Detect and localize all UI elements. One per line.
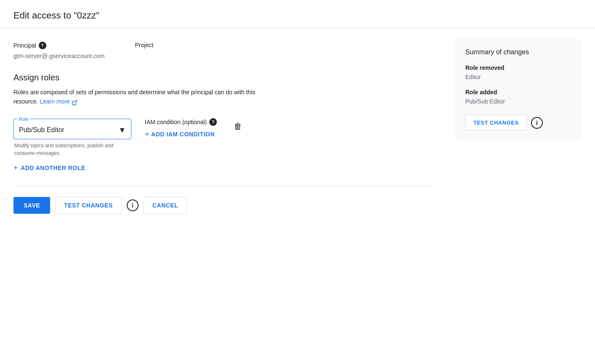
- assign-roles-desc: Roles are composed of sets of permission…: [13, 88, 266, 106]
- dropdown-arrow-icon: ▼: [118, 126, 126, 135]
- project-section: Project: [135, 42, 154, 52]
- principal-email: gtm-server@ .gserviceaccount.com: [13, 53, 105, 59]
- iam-condition-label-row: IAM condition (optional) ?: [145, 118, 217, 126]
- summary-title: Summary of changes: [465, 48, 571, 56]
- principal-section: Principal ? gtm-server@ .gserviceaccount…: [13, 42, 435, 59]
- summary-actions: TEST CHANGES i: [465, 115, 571, 130]
- role-added-label: Role added: [465, 89, 571, 96]
- learn-more-label: Learn more: [40, 97, 70, 106]
- project-label-row: Project: [135, 42, 154, 48]
- role-removed-value: Editor: [465, 74, 571, 80]
- assign-roles-title: Assign roles: [13, 73, 435, 82]
- add-another-role-label: ADD ANOTHER ROLE: [21, 165, 85, 171]
- role-description: Modify topics and subscriptions, publish…: [13, 142, 131, 157]
- page-body: Principal ? gtm-server@ .gserviceaccount…: [0, 28, 595, 364]
- page-title: Edit access to "0zzz": [13, 10, 582, 21]
- role-select-dropdown[interactable]: Pub/Sub Editor ▼: [14, 122, 131, 139]
- summary-info-icon[interactable]: i: [531, 117, 543, 129]
- iam-condition-help-icon[interactable]: ?: [209, 118, 217, 126]
- role-removed-label: Role removed: [465, 64, 571, 71]
- assign-roles-section: Assign roles Roles are composed of sets …: [13, 73, 435, 228]
- cancel-button[interactable]: CANCEL: [144, 197, 187, 214]
- role-legend: Role: [17, 117, 30, 122]
- principal-label-row: Principal ?: [13, 42, 105, 49]
- learn-more-link[interactable]: Learn more: [40, 97, 77, 106]
- summary-role-added: Role added Pub/Sub Editor: [465, 89, 571, 105]
- summary-sidebar: Summary of changes Role removed Editor R…: [455, 38, 582, 141]
- add-iam-condition-label: ADD IAM CONDITION: [151, 131, 215, 138]
- save-button[interactable]: SAVE: [13, 197, 50, 214]
- add-another-role-button[interactable]: + ADD ANOTHER ROLE: [13, 164, 85, 173]
- project-label: Project: [135, 42, 154, 48]
- bottom-actions: SAVE TEST CHANGES i CANCEL: [13, 186, 435, 228]
- iam-condition-section: IAM condition (optional) ? + ADD IAM CON…: [145, 117, 217, 139]
- principal-label-group: Principal ? gtm-server@ .gserviceaccount…: [13, 42, 105, 59]
- external-link-icon: [72, 99, 77, 105]
- role-select-container: Role Pub/Sub Editor ▼ Modify topics and …: [13, 117, 131, 157]
- summary-role-removed: Role removed Editor: [465, 64, 571, 80]
- role-row: Role Pub/Sub Editor ▼ Modify topics and …: [13, 117, 435, 157]
- trash-icon: 🗑: [234, 122, 242, 131]
- svg-line-0: [74, 100, 77, 103]
- test-changes-button[interactable]: TEST CHANGES: [55, 197, 122, 214]
- role-fieldset: Role Pub/Sub Editor ▼: [13, 117, 131, 139]
- iam-condition-label: IAM condition (optional): [145, 119, 207, 125]
- page-header: Edit access to "0zzz": [0, 0, 595, 28]
- delete-role-button[interactable]: 🗑: [230, 118, 245, 135]
- principal-email-suffix: .gserviceaccount.com: [48, 53, 104, 59]
- test-changes-info-icon[interactable]: i: [127, 199, 139, 211]
- add-iam-condition-button[interactable]: + ADD IAM CONDITION: [145, 130, 217, 139]
- add-another-plus-icon: +: [13, 164, 18, 173]
- principal-help-icon[interactable]: ?: [39, 42, 46, 49]
- page-container: Edit access to "0zzz" Principal ? gtm-se…: [0, 0, 595, 364]
- plus-icon: +: [145, 130, 149, 139]
- role-added-value: Pub/Sub Editor: [465, 98, 571, 105]
- role-select-value: Pub/Sub Editor: [19, 126, 64, 134]
- principal-email-prefix: gtm-server@: [13, 53, 48, 59]
- principal-label: Principal: [13, 42, 36, 49]
- summary-test-changes-button[interactable]: TEST CHANGES: [465, 115, 527, 130]
- main-content: Principal ? gtm-server@ .gserviceaccount…: [13, 42, 455, 364]
